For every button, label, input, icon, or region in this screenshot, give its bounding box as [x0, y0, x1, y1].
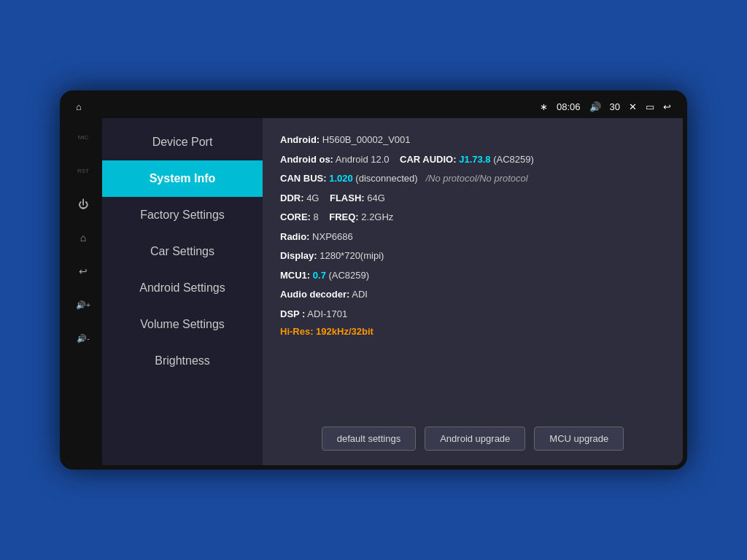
audio-decoder-label: Audio decoder:: [280, 289, 349, 300]
back-icon[interactable]: ↩: [663, 101, 671, 112]
core-label: CORE:: [280, 211, 311, 222]
mcu-upgrade-button[interactable]: MCU upgrade: [534, 427, 624, 451]
device-frame: ⌂ ∗ 08:06 🔊 30 ✕ ▭ ↩ MIC RST: [60, 90, 687, 470]
android-label: Android:: [280, 134, 320, 145]
android-upgrade-button[interactable]: Android upgrade: [425, 427, 525, 451]
dsp-label: DSP :: [280, 308, 305, 319]
android-os-value: Android 12.0: [336, 154, 398, 165]
dsp-row: DSP : ADI-1701: [280, 307, 665, 322]
default-settings-button[interactable]: default settings: [322, 427, 416, 451]
ddr-value: 4G: [306, 192, 327, 203]
android-os-row: Android os: Android 12.0 CAR AUDIO: J1.7…: [280, 152, 665, 167]
display-value: 1280*720(mipi): [320, 250, 384, 261]
time-display: 08:06: [557, 101, 581, 112]
nav-item-device-port[interactable]: Device Port: [102, 124, 263, 160]
mcu-row: MCU1: 0.7 (AC8259): [280, 268, 665, 283]
can-bus-status: (disconnected): [355, 173, 423, 184]
button-row: default settings Android upgrade MCU upg…: [280, 418, 665, 451]
main-content: MIC RST ⏻ ⌂ ↩ 🔊+ 🔊- Device Port System I…: [64, 118, 683, 465]
freq-value: 2.2GHz: [361, 211, 393, 222]
radio-row: Radio: NXP6686: [280, 230, 665, 244]
radio-value: NXP6686: [312, 231, 353, 242]
status-right: ∗ 08:06 🔊 30 ✕ ▭ ↩: [540, 101, 671, 112]
rst-button: RST: [71, 159, 95, 182]
screen: ⌂ ∗ 08:06 🔊 30 ✕ ▭ ↩ MIC RST: [64, 95, 683, 465]
freq-label: FREQ:: [329, 211, 358, 222]
mcu-label: MCU1:: [280, 270, 310, 281]
nav-item-android-settings[interactable]: Android Settings: [102, 270, 263, 306]
display-label: Display:: [280, 250, 317, 261]
audio-decoder-row: Audio decoder: ADI: [280, 287, 665, 302]
mic-button: MIC: [71, 125, 95, 149]
status-left: ⌂: [76, 101, 82, 112]
power-button[interactable]: ⏻: [71, 192, 95, 216]
core-row: CORE: 8 FREQ: 2.2GHz: [280, 210, 665, 225]
mic-label: MIC: [78, 134, 89, 141]
car-audio-label: CAR AUDIO:: [400, 154, 457, 165]
dsp-value: ADI-1701: [307, 308, 347, 319]
home-icon[interactable]: ⌂: [76, 101, 82, 112]
car-audio-value: J1.73.8: [459, 154, 493, 165]
flash-value: 64G: [367, 192, 385, 203]
can-bus-label: CAN BUS:: [280, 173, 327, 184]
info-content: Android: H560B_00002_V001 Android os: An…: [280, 133, 665, 418]
nav-item-volume-settings[interactable]: Volume Settings: [102, 306, 263, 343]
status-bar: ⌂ ∗ 08:06 🔊 30 ✕ ▭ ↩: [64, 95, 683, 118]
nav-menu: Device Port System Info Factory Settings…: [102, 118, 263, 465]
vol-up-button[interactable]: 🔊+: [71, 293, 95, 316]
bluetooth-icon: ∗: [540, 101, 548, 112]
can-bus-row: CAN BUS: 1.020 (disconnected) /No protoc…: [280, 171, 665, 186]
ddr-label: DDR:: [280, 192, 304, 203]
radio-label: Radio:: [280, 231, 309, 242]
volume-icon: 🔊: [589, 101, 601, 112]
mcu-suffix: (AC8259): [328, 270, 369, 281]
rst-label: RST: [77, 168, 89, 174]
nav-item-brightness[interactable]: Brightness: [102, 343, 263, 379]
volume-level: 30: [610, 101, 620, 112]
ddr-row: DDR: 4G FLASH: 64G: [280, 191, 665, 206]
vol-down-button[interactable]: 🔊-: [71, 327, 95, 350]
can-bus-protocol: /No protocol/No protocol: [425, 173, 527, 184]
flash-label: FLASH:: [330, 192, 365, 203]
display-row: Display: 1280*720(mipi): [280, 249, 665, 263]
mcu-value: 0.7: [313, 270, 329, 281]
car-audio-suffix: (AC8259): [493, 154, 534, 165]
nav-item-car-settings[interactable]: Car Settings: [102, 233, 263, 270]
android-row: Android: H560B_00002_V001: [280, 133, 665, 147]
info-panel: Android: H560B_00002_V001 Android os: An…: [263, 118, 683, 465]
physical-buttons: MIC RST ⏻ ⌂ ↩ 🔊+ 🔊-: [64, 118, 102, 465]
can-bus-value: 1.020: [329, 173, 355, 184]
status-icon1[interactable]: ✕: [629, 101, 637, 112]
hi-res-text: Hi-Res: 192kHz/32bit: [280, 326, 665, 337]
nav-item-system-info[interactable]: System Info: [102, 160, 263, 197]
nav-item-factory-settings[interactable]: Factory Settings: [102, 197, 263, 233]
home-button[interactable]: ⌂: [71, 226, 95, 249]
back-button[interactable]: ↩: [71, 260, 95, 283]
audio-decoder-value: ADI: [352, 289, 368, 300]
android-os-label: Android os:: [280, 154, 333, 165]
core-value: 8: [314, 211, 327, 222]
android-value: H560B_00002_V001: [322, 134, 411, 145]
status-icon2[interactable]: ▭: [646, 101, 654, 112]
